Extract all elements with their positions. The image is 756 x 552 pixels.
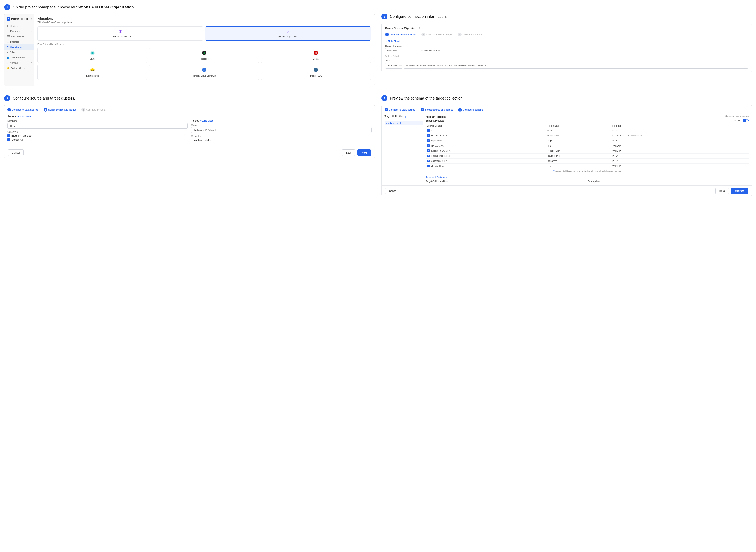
migration-card-current[interactable]: ✳ In Current Organization xyxy=(37,26,203,41)
schema-table: Source Column Field Name Field Type ✓ id… xyxy=(426,124,749,169)
link-icon-1[interactable]: ⇄ xyxy=(547,134,549,137)
field-checkbox-7[interactable]: ✓ xyxy=(427,165,430,167)
description-label: Description xyxy=(588,180,749,182)
cluster-select[interactable]: Dedicated-01 / default xyxy=(191,127,371,133)
token-type-select[interactable]: API Key xyxy=(385,63,402,68)
sidebar-item-api[interactable]: ⌨ API Console xyxy=(4,34,34,39)
st-wizard-step-2: 2 Select Source and Target xyxy=(44,108,76,112)
back-button-3[interactable]: Back xyxy=(342,149,356,156)
field-checkbox-5[interactable]: ✓ xyxy=(427,155,430,157)
migration-card-other[interactable]: ✳ In Other Organization xyxy=(205,26,371,41)
cancel-button-3[interactable]: Cancel xyxy=(8,149,24,156)
wizard-step-1-num: 1 xyxy=(385,33,389,36)
sidebar-item-jobs[interactable]: ☑ Jobs xyxy=(4,49,34,55)
step-3-circle: 3 xyxy=(4,95,10,101)
table-row: ✓ reading_time INT64 reading_time INT64 xyxy=(426,153,749,159)
auto-id-controls: Auto ID xyxy=(734,119,749,122)
source-col-cell: ✓ responses INT64 xyxy=(426,159,546,164)
token-label: Token xyxy=(385,59,748,62)
field-type-3: VARCHAR xyxy=(612,145,622,147)
svg-text:TC: TC xyxy=(203,69,205,71)
schema-wizard-sep-2: — xyxy=(454,109,456,111)
field-name-cell-2: claps xyxy=(546,138,611,143)
source-type-3: VARCHAR xyxy=(435,145,445,147)
collection-checkbox-all[interactable]: ✓ xyxy=(7,138,10,141)
collection-list-item-1[interactable]: medium_articles xyxy=(385,121,423,125)
svg-text:ES: ES xyxy=(91,69,94,71)
field-checkbox-1[interactable]: ✓ xyxy=(427,134,430,137)
cluster-endpoint-input[interactable] xyxy=(385,48,748,53)
back-button-4[interactable]: Back xyxy=(715,188,729,194)
field-type-cell-1: FLOAT_VECTOR Dimension 768 xyxy=(611,133,749,138)
sidebar-label-clusters: Clusters xyxy=(10,25,18,27)
field-name-1: title_vector xyxy=(550,134,560,137)
migration-card-qdrant[interactable]: Q Qdrant xyxy=(261,48,371,63)
source-type-1: FLOAT_V... xyxy=(442,134,453,137)
migration-card-postgresql[interactable]: PG PostgreSQL xyxy=(261,64,371,80)
sidebar-item-migrations[interactable]: ⇄ Migrations xyxy=(4,44,34,49)
zilliz-label: Zilliz Cloud xyxy=(388,40,400,42)
field-checkbox-3[interactable]: ✓ xyxy=(427,144,430,147)
sidebar-item-pipelines[interactable]: → Pipelines ▾ xyxy=(4,29,34,34)
wizard-sep-1: — xyxy=(418,33,420,36)
field-name-cell-0: ✏ id xyxy=(546,128,611,133)
migration-card-milvus[interactable]: Milvus xyxy=(37,48,148,63)
field-type-7: VARCHAR xyxy=(612,165,622,167)
cancel-button-4[interactable]: Cancel xyxy=(385,188,401,194)
next-button-3[interactable]: Next xyxy=(357,149,371,156)
sidebar-label-migrations: Migrations xyxy=(10,46,22,48)
table-row: ✓ title_vector FLOAT_V... ⇄ title_vector… xyxy=(426,133,749,138)
collection-checkbox-row-1: ✓ medium_articles xyxy=(7,134,188,137)
migration-card-pinecone[interactable]: 🌲 Pinecone xyxy=(149,48,259,63)
target-label-text: Target xyxy=(191,119,199,122)
field-name-cell-4: ⇄ publication xyxy=(546,148,611,153)
field-name-4: publication xyxy=(550,150,560,152)
collection-label: Collection xyxy=(7,131,188,133)
field-type-0: INT64 xyxy=(612,129,618,132)
migration-card-tencent[interactable]: TC Tencent Cloud VectorDB xyxy=(149,64,259,80)
sidebar-item-collaborators[interactable]: 👥 Collaborators xyxy=(4,55,34,60)
source-type-2: INT64 xyxy=(437,140,442,142)
target-zilliz: ✦ Zilliz Cloud xyxy=(200,120,213,122)
link-icon-4[interactable]: ⇄ xyxy=(547,150,549,152)
source-zilliz-text: Zilliz Cloud xyxy=(20,115,31,118)
advanced-settings[interactable]: Advanced Settings ▾ xyxy=(426,176,749,178)
field-name-cell-5: reading_time xyxy=(546,153,611,159)
token-input[interactable] xyxy=(404,63,748,68)
field-name-cell-6: responses xyxy=(546,159,611,164)
cluster-group: Cluster Dedicated-01 / default xyxy=(191,124,371,133)
database-select[interactable]: db_1 xyxy=(7,123,188,129)
sidebar-item-backups[interactable]: ☁ Backups xyxy=(4,39,34,44)
field-checkbox-0[interactable]: ✓ xyxy=(427,129,430,132)
collection-checkbox-1[interactable]: ✓ xyxy=(7,134,10,137)
wizard-step-3-schema: 3 Configure Schema xyxy=(458,33,482,36)
field-checkbox-6[interactable]: ✓ xyxy=(427,160,430,162)
migrations-panel: D Default Project ▾ ⊕ Clusters → Pipelin… xyxy=(4,14,375,86)
sidebar-item-network[interactable]: ⬡ Network ▾ xyxy=(4,60,34,65)
sidebar-item-clusters[interactable]: ⊕ Clusters xyxy=(4,23,34,29)
migrations-main-title: Migrations xyxy=(37,17,371,20)
edit-icon-0[interactable]: ✏ xyxy=(547,129,549,132)
auto-id-toggle[interactable] xyxy=(743,119,749,122)
target-zilliz-star: ✦ xyxy=(200,120,202,122)
st-wizard-label-1: Connect to Data Source xyxy=(12,108,38,111)
st-wizard-step-3: 3 Configure Schema xyxy=(81,108,106,112)
st-wizard-sep-2: — xyxy=(78,109,80,111)
field-checkbox-2[interactable]: ✓ xyxy=(427,139,430,142)
info-icon[interactable]: ⓘ xyxy=(418,27,420,30)
source-type-7: VARCHAR xyxy=(435,165,445,167)
field-checkbox-4[interactable]: ✓ xyxy=(427,149,430,152)
source-name-4: publication xyxy=(431,150,441,152)
collection-select-all: Select All xyxy=(11,138,23,141)
migration-card-elasticsearch[interactable]: ES Elasticsearch xyxy=(37,64,148,80)
migrate-button[interactable]: Migrate xyxy=(731,188,748,194)
target-collection-header: Target Collection 1 xyxy=(385,115,423,119)
target-coll-name-label: Target Collection Name xyxy=(426,180,586,182)
source-name-7: title xyxy=(431,165,434,167)
auto-id-label: Auto ID xyxy=(734,119,741,122)
tencent-icon: TC xyxy=(202,67,207,74)
col-field-type: Field Type xyxy=(611,124,749,128)
connection-title-text: Cross-Cluster Migration xyxy=(385,26,416,30)
sidebar-item-alerts[interactable]: 🔔 Project Alerts xyxy=(4,65,34,71)
field-type-cell-4: VARCHAR xyxy=(611,148,749,153)
